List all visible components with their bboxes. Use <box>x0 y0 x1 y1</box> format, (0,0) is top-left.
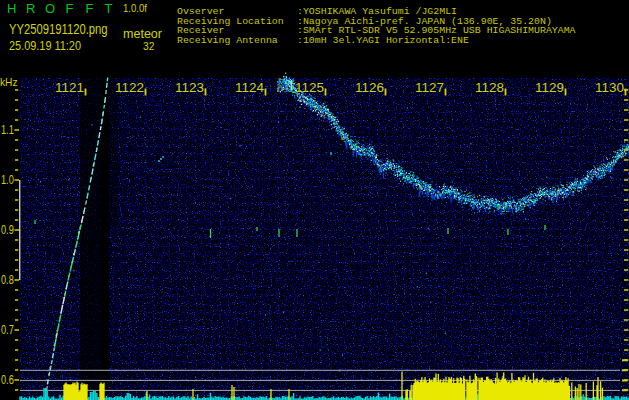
svg-text::10mH 3el.YAGI Horizontal:ENE: :10mH 3el.YAGI Horizontal:ENE <box>297 35 469 46</box>
svg-text:1125: 1125 <box>295 80 324 95</box>
svg-text:1.0.0f: 1.0.0f <box>123 3 147 14</box>
svg-text:0.7: 0.7 <box>1 323 14 337</box>
svg-text:kHz: kHz <box>0 76 18 88</box>
svg-text:1128: 1128 <box>475 80 504 95</box>
svg-text:F: F <box>86 1 94 16</box>
svg-text:F: F <box>66 1 74 16</box>
svg-text:1130: 1130 <box>595 80 624 95</box>
svg-text:1123: 1123 <box>175 80 204 95</box>
svg-text:Receiving Antenna: Receiving Antenna <box>177 35 278 46</box>
svg-text:1122: 1122 <box>115 80 144 95</box>
svg-text:32: 32 <box>143 40 155 52</box>
svg-text:1124: 1124 <box>235 80 264 95</box>
svg-text:1121: 1121 <box>55 80 84 95</box>
svg-text:meteor: meteor <box>123 27 162 41</box>
svg-text:0.9: 0.9 <box>1 223 14 237</box>
svg-text:1126: 1126 <box>355 80 384 95</box>
svg-text:O: O <box>45 1 55 16</box>
svg-text:1.0: 1.0 <box>1 173 14 187</box>
svg-text:YY2509191120.png: YY2509191120.png <box>9 21 108 37</box>
svg-text:25.09.19 11:20: 25.09.19 11:20 <box>9 39 81 53</box>
svg-text:1129: 1129 <box>535 80 564 95</box>
svg-text:T: T <box>105 1 113 16</box>
svg-text:1127: 1127 <box>415 80 444 95</box>
svg-text:R: R <box>26 1 35 16</box>
svg-text:0.8: 0.8 <box>1 273 14 287</box>
svg-text:1.1: 1.1 <box>1 123 14 137</box>
svg-text:H: H <box>7 1 16 16</box>
svg-text:0.6: 0.6 <box>1 373 14 387</box>
